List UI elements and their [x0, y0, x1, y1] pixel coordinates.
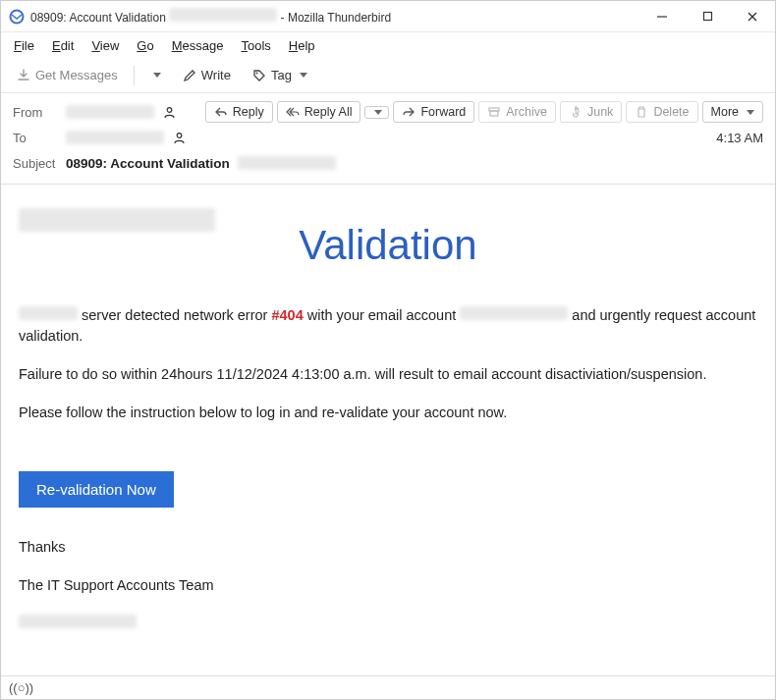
flame-icon	[569, 105, 582, 119]
svg-point-6	[167, 107, 172, 112]
get-messages-button[interactable]: Get Messages	[9, 64, 126, 86]
pencil-icon	[183, 69, 196, 82]
reply-icon	[214, 105, 228, 119]
window-controls	[639, 1, 775, 32]
reply-all-dropdown[interactable]	[364, 106, 389, 119]
tag-label: Tag	[271, 68, 292, 82]
to-value	[66, 131, 716, 145]
reply-all-button[interactable]: Reply All	[277, 101, 361, 123]
menubar: File Edit View Go Message Tools Help	[1, 32, 775, 58]
svg-point-0	[11, 10, 24, 23]
divider	[134, 66, 135, 85]
download-icon	[17, 69, 30, 82]
revalidation-button[interactable]: Re-validation Now	[19, 471, 174, 508]
write-button[interactable]: Write	[175, 64, 239, 86]
forward-icon	[402, 105, 416, 119]
close-button[interactable]	[730, 1, 775, 32]
contact-icon[interactable]	[162, 105, 177, 120]
menu-go[interactable]: Go	[128, 35, 162, 56]
reply-button[interactable]: Reply	[205, 101, 273, 123]
menu-message[interactable]: Message	[163, 35, 233, 56]
error-code: #404	[271, 307, 303, 323]
thunderbird-icon	[9, 9, 25, 25]
tag-button[interactable]: Tag	[245, 64, 315, 86]
junk-button[interactable]: Junk	[560, 101, 622, 123]
menu-tools[interactable]: Tools	[232, 35, 279, 56]
reply-label: Reply	[233, 105, 264, 119]
subject-value: 08909: Account Validation	[66, 156, 763, 171]
tag-icon	[252, 69, 266, 82]
message-signoff: The IT Support Accounts Team	[19, 575, 757, 596]
svg-point-5	[255, 72, 257, 74]
chevron-down-icon	[374, 110, 382, 115]
menu-view[interactable]: View	[83, 35, 128, 56]
message-body: Validation server detected network error…	[1, 185, 775, 675]
message-line2: Failure to do so within 24hours 11/12/20…	[19, 364, 757, 385]
more-label: More	[711, 105, 739, 119]
window-title: 08909: Account Validation - Mozilla Thun…	[30, 8, 639, 25]
message-line1: server detected network error #404 with …	[19, 305, 757, 347]
contact-icon[interactable]	[172, 131, 187, 145]
reply-all-icon	[286, 105, 300, 119]
message-thanks: Thanks	[19, 537, 757, 558]
from-value	[66, 105, 205, 120]
subject-label: Subject	[13, 156, 66, 171]
forward-button[interactable]: Forward	[393, 101, 474, 123]
junk-label: Junk	[587, 105, 613, 119]
reply-all-label: Reply All	[305, 105, 353, 119]
maximize-button[interactable]	[685, 1, 730, 32]
message-actions: Reply Reply All Forward Archive Jun	[205, 101, 763, 123]
forward-label: Forward	[420, 105, 466, 119]
svg-point-9	[177, 133, 182, 137]
get-messages-dropdown[interactable]	[142, 69, 169, 81]
delete-button[interactable]: Delete	[626, 101, 697, 123]
message-line3: Please follow the instruction below to l…	[19, 403, 757, 423]
chevron-down-icon	[153, 73, 161, 78]
main-toolbar: Get Messages Write Tag	[1, 58, 775, 93]
titlebar: 08909: Account Validation - Mozilla Thun…	[1, 1, 775, 32]
message-time: 4:13 AM	[716, 131, 763, 145]
menu-edit[interactable]: Edit	[43, 35, 83, 56]
write-label: Write	[201, 68, 231, 82]
status-indicator-icon[interactable]: ((○))	[9, 680, 33, 695]
message-header: From Reply Reply All For	[1, 93, 775, 185]
archive-button[interactable]: Archive	[478, 101, 556, 123]
chevron-down-icon	[300, 73, 307, 78]
trash-icon	[635, 105, 648, 119]
get-messages-label: Get Messages	[35, 68, 118, 82]
svg-rect-8	[490, 111, 498, 116]
from-label: From	[13, 105, 66, 120]
statusbar: ((○))	[1, 675, 775, 699]
menu-file[interactable]: File	[5, 35, 43, 56]
subject-text: 08909: Account Validation	[66, 156, 230, 171]
menu-help[interactable]: Help	[280, 35, 324, 56]
chevron-down-icon	[747, 110, 754, 115]
more-button[interactable]: More	[702, 101, 763, 123]
to-label: To	[13, 131, 66, 145]
archive-icon	[487, 105, 501, 119]
svg-rect-2	[703, 13, 711, 21]
archive-label: Archive	[506, 105, 547, 119]
thunderbird-window: 08909: Account Validation - Mozilla Thun…	[0, 0, 776, 700]
minimize-button[interactable]	[639, 1, 685, 32]
delete-label: Delete	[653, 105, 689, 119]
